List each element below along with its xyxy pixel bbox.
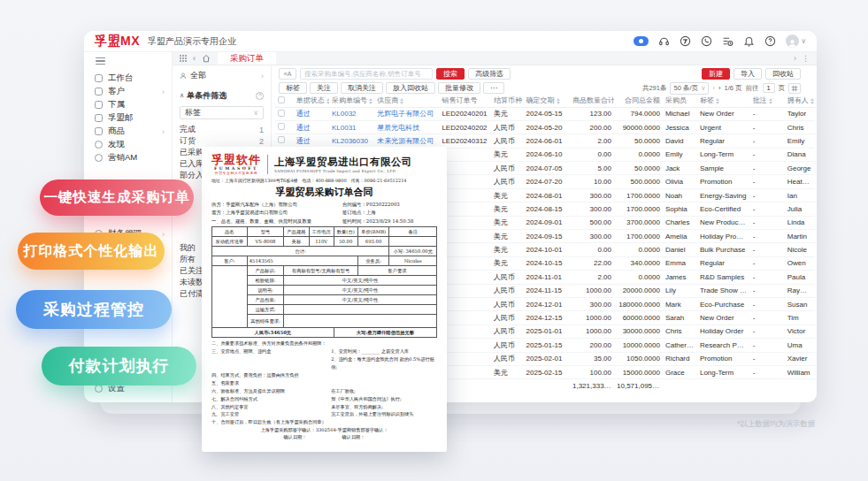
sidebar-collapse-icon[interactable]: [96, 57, 105, 65]
sidebar-item[interactable]: 客户›: [95, 85, 172, 98]
translate-icon[interactable]: [680, 35, 691, 47]
cell: LED20240201: [439, 107, 491, 120]
cell: 180000.0000: [614, 297, 663, 310]
advanced-filter-button[interactable]: 高级筛选: [468, 68, 511, 80]
table-row[interactable]: 通过KL0031星辰光电科技LED20240202人民币2024-05-2020…: [275, 120, 815, 134]
next-page-icon[interactable]: ›: [718, 84, 721, 92]
tab-purchase-orders[interactable]: 采购订单: [218, 52, 276, 65]
import-button[interactable]: 导入: [734, 68, 762, 80]
cell: [439, 188, 491, 202]
column-header[interactable]: 标签: [697, 95, 750, 107]
cell: 2025-01-01: [524, 324, 570, 338]
cell: 340.0000: [614, 256, 663, 270]
clear-filter-icon[interactable]: [256, 92, 264, 100]
cell: Trade Show Purchase: [697, 284, 750, 297]
cell: 美元: [491, 148, 524, 161]
goto-page-input[interactable]: [763, 83, 775, 93]
task-list-icon[interactable]: [722, 35, 734, 47]
sort-icon[interactable]: [369, 98, 373, 104]
whatsapp-icon[interactable]: [701, 35, 712, 47]
search-input[interactable]: [300, 68, 433, 80]
cell: Diana: [785, 148, 815, 161]
cell[interactable]: KL0031: [329, 120, 374, 134]
user-avatar[interactable]: ∨: [786, 34, 806, 48]
cell: 美元: [491, 188, 524, 202]
row-checkbox[interactable]: [278, 123, 285, 130]
cell: 美元: [491, 230, 524, 243]
column-header[interactable]: 拥有人: [785, 95, 815, 107]
column-header[interactable]: 供应商: [374, 95, 439, 107]
cell: Sample: [697, 162, 750, 175]
select-all-checkbox[interactable]: [278, 96, 285, 103]
doc-logo: 孚盟软件 FUMASOFT 外贸专业解决方案服务商: [211, 154, 261, 175]
sort-icon[interactable]: [557, 98, 560, 104]
sidebar-item[interactable]: 下属: [95, 98, 172, 111]
doc-buyer: 需方：上海孚盟贸易进出口有限公司: [211, 209, 342, 217]
sidebar-item[interactable]: 工作台: [95, 72, 172, 85]
tab-scroll-right-icon[interactable]: ›: [794, 54, 796, 63]
cell[interactable]: 光辉电子有限公司: [374, 107, 439, 120]
recycle-bin-button[interactable]: 回收站: [765, 68, 801, 80]
new-button[interactable]: 新建: [702, 68, 730, 80]
sidebar-item[interactable]: 营销AM: [95, 151, 172, 164]
toolbar-button[interactable]: 批量修改: [438, 82, 480, 94]
cell: New Order: [697, 311, 750, 324]
sort-icon[interactable]: [769, 98, 772, 104]
tab-more-icon[interactable]: ⋮: [802, 54, 810, 63]
sort-icon[interactable]: [326, 98, 329, 104]
filter-item[interactable]: 订货2: [180, 135, 264, 147]
toolbar-button[interactable]: 取消关注: [341, 82, 383, 94]
sort-icon[interactable]: [716, 98, 719, 104]
column-header[interactable]: 确定交期: [524, 95, 570, 107]
sidebar-item[interactable]: 孚盟邮: [95, 111, 172, 125]
cell: Taylor: [785, 107, 815, 120]
column-header[interactable]: 采购单编号: [329, 95, 374, 107]
table-row[interactable]: 通过KL0032光辉电子有限公司LED20240201美元2024-05-151…: [275, 107, 815, 120]
view-toggle-eye-icon[interactable]: [634, 36, 649, 46]
page-size-select[interactable]: 50 条/页∨: [670, 82, 709, 95]
scope-selector[interactable]: 全部 ›: [180, 69, 264, 82]
saved-search-icon[interactable]: «A: [279, 68, 296, 80]
toolbar-button[interactable]: 放入回收站: [386, 82, 435, 94]
cell: 0.0000: [614, 243, 663, 256]
prev-page-icon[interactable]: ‹: [712, 84, 715, 92]
cell: 美元: [491, 107, 524, 120]
cell: 2024-10-01: [524, 243, 570, 256]
cell: 123.00: [570, 107, 614, 120]
column-settings-icon[interactable]: [788, 83, 801, 94]
cell[interactable]: 未来光源有限公司: [374, 134, 439, 148]
contract-cell: 50.00: [334, 237, 357, 247]
headset-icon[interactable]: [658, 35, 670, 47]
sort-icon[interactable]: [400, 98, 403, 104]
cell: 15000.0000: [614, 365, 663, 378]
toolbar-button[interactable]: ⋯: [483, 82, 504, 94]
cell[interactable]: KL2036030: [329, 134, 374, 148]
sidebar-item[interactable]: 商品›: [95, 125, 172, 138]
home-icon[interactable]: [202, 54, 211, 63]
app-grid-icon[interactable]: [180, 55, 187, 62]
column-header[interactable]: 单据状态: [294, 95, 329, 107]
notification-bell-icon[interactable]: [743, 35, 755, 47]
filter-section-header[interactable]: ∧ 单条件筛选: [180, 89, 264, 102]
cell[interactable]: 通过: [294, 107, 329, 120]
column-header[interactable]: 批注: [750, 95, 785, 107]
toolbar-button[interactable]: 标签: [279, 82, 307, 94]
tag-filter-dropdown[interactable]: 标签 ∨: [180, 106, 264, 119]
cell[interactable]: 星辰光电科技: [374, 120, 439, 134]
feature-badge-process-control: 采购过程管控: [16, 290, 172, 329]
cell[interactable]: 通过: [294, 120, 329, 134]
cell[interactable]: 通过: [294, 134, 329, 148]
feature-badge-payment-plan: 付款计划执行: [42, 347, 196, 386]
search-button[interactable]: 搜索: [436, 68, 465, 80]
cell: Research Purchase: [697, 339, 750, 352]
sort-icon[interactable]: [810, 98, 814, 104]
row-checkbox[interactable]: [278, 110, 285, 117]
help-icon[interactable]: [764, 35, 776, 47]
filter-item[interactable]: 完成1: [180, 124, 264, 135]
row-checkbox[interactable]: [278, 136, 285, 143]
toolbar-button[interactable]: 关注: [310, 82, 338, 94]
sidebar-item[interactable]: 发现: [95, 138, 172, 151]
cell[interactable]: KL0032: [329, 107, 374, 120]
table-row[interactable]: 通过KL2036030未来光源有限公司LED20240312人民币2024-06…: [275, 134, 815, 148]
back-icon[interactable]: ‹: [193, 54, 196, 63]
